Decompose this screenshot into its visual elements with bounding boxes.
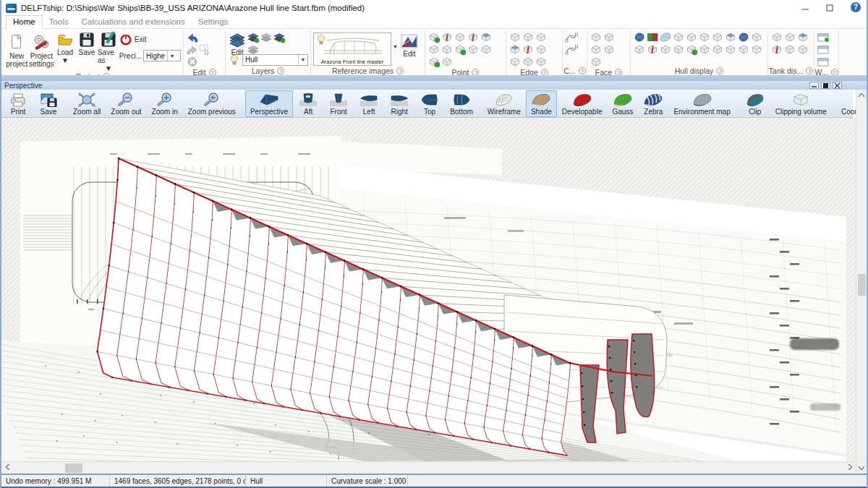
new-project-button[interactable]: New project xyxy=(5,31,29,68)
redo-button[interactable] xyxy=(186,43,199,56)
layers-edit-button[interactable]: Edit xyxy=(228,31,247,56)
load-button[interactable]: Load▼ xyxy=(54,31,76,64)
point-tool-icon[interactable] xyxy=(467,43,480,56)
tank-display-tool-icon[interactable] xyxy=(796,31,809,43)
scroll-up-icon[interactable] xyxy=(856,90,867,100)
face-tool-icon[interactable] xyxy=(590,43,603,56)
hull-display-tool-icon[interactable] xyxy=(633,43,646,56)
toolbar-front-button[interactable]: Front xyxy=(323,90,354,117)
tab-calculations-and-extensions[interactable]: Calculations and extensions xyxy=(75,16,192,28)
toolbar-right-button[interactable]: Right xyxy=(384,90,414,117)
hull-display-tool-icon[interactable] xyxy=(698,43,711,56)
edge-tool-icon[interactable] xyxy=(522,43,535,56)
tab-tools[interactable]: Tools xyxy=(43,16,75,28)
hull-display-tool-icon[interactable] xyxy=(711,43,724,56)
reference-image-dropdown[interactable]: ▼ xyxy=(393,33,398,49)
save-as-button[interactable]: Save as▼ xyxy=(98,31,119,72)
vertical-scroll-thumb[interactable] xyxy=(858,274,866,296)
toolbar-saveview-button[interactable]: Save xyxy=(33,90,64,117)
edge-tool-icon[interactable] xyxy=(522,56,535,68)
precision-select[interactable]: Highe▼ xyxy=(143,50,181,61)
hull-display-tool-icon[interactable] xyxy=(737,31,750,43)
tank-display-tool-icon[interactable] xyxy=(783,43,796,56)
hull-display-tool-icon[interactable] xyxy=(685,43,698,56)
tab-home[interactable]: Home xyxy=(6,15,43,29)
toolbar-print-button[interactable]: Print xyxy=(3,90,33,117)
hull-display-tool-icon[interactable] xyxy=(646,31,659,43)
layer-select[interactable]: Hull▼ xyxy=(242,54,308,66)
edge-tool-icon[interactable] xyxy=(535,56,548,68)
hull-display-tool-icon[interactable] xyxy=(659,31,672,43)
hull-display-tool-icon[interactable] xyxy=(646,43,659,56)
new-window-icon[interactable] xyxy=(817,31,830,43)
point-tool-icon[interactable] xyxy=(454,31,467,43)
point-tool-icon[interactable] xyxy=(480,43,493,56)
scroll-left-icon[interactable] xyxy=(1,464,13,471)
hull-display-tool-icon[interactable] xyxy=(672,43,685,56)
toolbar-perspective-button[interactable]: Perspective xyxy=(245,90,293,117)
layer-auto-icon[interactable] xyxy=(273,31,286,43)
hull-display-tool-icon[interactable] xyxy=(711,31,724,43)
hull-display-tool-icon[interactable] xyxy=(737,43,750,56)
toolbar-zoomin-button[interactable]: Zoom in xyxy=(147,90,183,117)
edge-tool-icon[interactable] xyxy=(535,43,548,56)
reference-image-thumbnail[interactable]: Arazona Front line master xyxy=(313,33,391,66)
hull-display-tool-icon[interactable] xyxy=(633,31,646,43)
edge-tool-icon[interactable] xyxy=(509,43,522,56)
toolbar-bottom-button[interactable]: Bottom xyxy=(445,90,478,117)
delete-button[interactable] xyxy=(186,56,199,68)
save-button[interactable]: Save xyxy=(76,31,98,56)
group-help-icon[interactable]: ? xyxy=(716,67,723,74)
group-help-icon[interactable]: ? xyxy=(396,67,404,74)
vertical-scrollbar[interactable] xyxy=(856,90,867,474)
layer-visibility-icon[interactable] xyxy=(228,53,241,66)
panel-minimize-button[interactable] xyxy=(809,82,819,89)
face-tool-icon[interactable] xyxy=(590,31,603,43)
toolbar-developable-button[interactable]: Developable xyxy=(557,90,608,117)
tank-display-tool-icon[interactable] xyxy=(770,43,783,56)
exit-button[interactable]: Exit xyxy=(119,33,181,46)
curve-tool-icon[interactable] xyxy=(565,43,578,56)
cascade-windows-icon[interactable] xyxy=(817,56,830,68)
maximize-button[interactable] xyxy=(817,0,842,16)
edge-tool-icon[interactable] xyxy=(535,31,548,43)
toolbar-clipvol-button[interactable]: Clipping volume xyxy=(770,90,832,117)
toolbar-clip-button[interactable]: >Clip xyxy=(740,90,770,117)
point-tool-icon[interactable] xyxy=(441,31,454,43)
edge-tool-icon[interactable] xyxy=(509,31,522,43)
toolbar-aft-button[interactable]: Aft xyxy=(293,90,323,117)
point-tool-icon[interactable] xyxy=(467,31,480,43)
reference-image-edit-button[interactable]: Edit xyxy=(399,33,420,58)
point-tool-icon[interactable] xyxy=(427,31,441,43)
scroll-right-icon[interactable] xyxy=(844,464,856,471)
point-tool-icon[interactable] xyxy=(454,43,467,56)
layer-add-icon[interactable] xyxy=(247,31,260,43)
hull-display-tool-icon[interactable] xyxy=(724,43,737,56)
edge-tool-icon[interactable] xyxy=(522,31,535,43)
toolbar-wireframe-button[interactable]: Wireframe xyxy=(482,90,526,117)
tank-display-tool-icon[interactable] xyxy=(796,43,809,56)
face-tool-icon[interactable] xyxy=(603,31,616,43)
toolbar-envmap-button[interactable]: Environment map xyxy=(668,90,735,117)
toolbar-zoomout-button[interactable]: Zoom out xyxy=(106,90,146,117)
scroll-down-icon[interactable] xyxy=(856,463,867,474)
tank-display-tool-icon[interactable] xyxy=(770,31,783,43)
face-tool-icon[interactable] xyxy=(590,56,603,68)
point-tool-icon[interactable] xyxy=(427,43,441,56)
toolbar-shade-button[interactable]: Shade xyxy=(526,90,557,117)
hull-display-tool-icon[interactable] xyxy=(750,43,763,56)
window-layout-icon[interactable] xyxy=(817,43,830,56)
project-settings-button[interactable]: Project settings xyxy=(29,31,54,68)
help-icon[interactable]: ? xyxy=(851,2,861,12)
group-help-icon[interactable]: ? xyxy=(277,67,284,74)
panel-close-button[interactable] xyxy=(833,82,842,89)
toolbar-zoomall-button[interactable]: Zoom all xyxy=(68,90,106,117)
toolbar-left-button[interactable]: Left xyxy=(354,90,384,117)
curve-tool-icon[interactable] xyxy=(565,31,578,43)
tab-settings[interactable]: Settings xyxy=(192,16,235,28)
point-tool-icon[interactable] xyxy=(441,56,454,68)
toolbar-zoomprev-button[interactable]: Zoom previous xyxy=(183,90,241,117)
toolbar-top-button[interactable]: Top xyxy=(414,90,445,117)
tank-display-tool-icon[interactable] xyxy=(783,31,796,43)
hull-display-tool-icon[interactable] xyxy=(698,31,711,43)
